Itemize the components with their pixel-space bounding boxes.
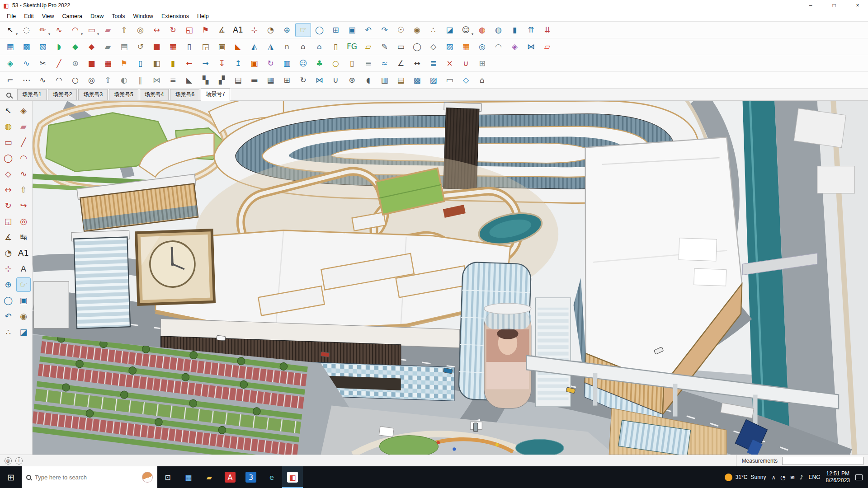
louver-icon[interactable]: ▤ xyxy=(393,73,409,87)
burst-icon[interactable]: ⊛ xyxy=(344,73,360,87)
hidden-icons-chevron[interactable]: ∧ xyxy=(772,474,776,481)
position-camera-icon[interactable]: ☉ xyxy=(393,23,409,37)
paint-red-icon[interactable]: ◍ xyxy=(474,23,490,37)
column-blue-icon[interactable]: ▮ xyxy=(507,23,523,37)
pan-icon[interactable]: ☞ xyxy=(295,23,311,37)
weather-widget[interactable]: 31°C Sunny xyxy=(725,474,766,481)
chip-grid-icon[interactable]: ⊞ xyxy=(474,56,490,70)
pushpull-icon[interactable]: ⇧ xyxy=(16,183,31,197)
fence-left-icon[interactable]: ▚ xyxy=(198,73,213,87)
arrows-down-icon[interactable]: ⇊ xyxy=(539,23,555,37)
rectangle-icon[interactable]: ▭ xyxy=(1,135,15,150)
skylight-icon[interactable]: ◇ xyxy=(458,73,474,87)
close-button[interactable]: × xyxy=(847,0,868,11)
cube-half-icon[interactable]: ◧ xyxy=(149,56,165,70)
blue-sheet-icon[interactable]: ▯ xyxy=(132,56,148,70)
sketchup-app-icon[interactable]: ◧ xyxy=(282,466,303,488)
poly-diamond-icon[interactable]: ◇ xyxy=(425,40,441,54)
orbit-icon[interactable]: ⊕ xyxy=(279,23,295,37)
maximize-button[interactable]: □ xyxy=(824,0,844,11)
menu-item[interactable]: Extensions xyxy=(157,12,193,21)
arc-seg-icon[interactable]: ◠ xyxy=(51,73,67,87)
target-rings-icon[interactable]: ◎ xyxy=(474,40,490,54)
hatch-grid-icon[interactable]: ▩ xyxy=(19,40,34,54)
scene-tab[interactable]: 场景号2 xyxy=(48,89,77,100)
layers-icon[interactable]: ≣ xyxy=(425,56,441,70)
text-icon[interactable]: A1 xyxy=(16,246,31,260)
menu-item[interactable]: Help xyxy=(193,12,213,21)
scene-tab[interactable]: 场景号3 xyxy=(78,89,108,100)
start-button[interactable]: ⊞ xyxy=(0,466,22,488)
section-plane-icon[interactable]: ◪ xyxy=(442,23,458,37)
width-arrow-icon[interactable]: ↔ xyxy=(409,56,425,70)
note-icon[interactable]: ▱ xyxy=(360,40,376,54)
scene-tab[interactable]: 场景号7 xyxy=(201,89,230,101)
corner-fold-icon[interactable]: ◲ xyxy=(198,40,213,54)
menu-item[interactable]: Draw xyxy=(86,12,108,21)
curtain-icon[interactable]: ▩ xyxy=(409,73,425,87)
mesh-grid-icon[interactable]: ▧ xyxy=(35,40,51,54)
offset-icon[interactable]: ◎ xyxy=(132,23,148,37)
arrows-up-icon[interactable]: ⇈ xyxy=(523,23,539,37)
measurements-input[interactable] xyxy=(782,457,863,465)
next-view-icon[interactable]: ↷ xyxy=(377,23,392,37)
section-plane-icon[interactable]: ◪ xyxy=(16,325,31,339)
radial-array-icon[interactable]: ↻ xyxy=(295,73,311,87)
pipe-icon[interactable]: ∥ xyxy=(132,73,148,87)
slope-icon[interactable]: ◮ xyxy=(263,40,278,54)
grid-block-icon[interactable]: ▦ xyxy=(263,73,278,87)
onedrive-tray-icon[interactable]: ◔ xyxy=(780,474,785,481)
calendar-grid-icon[interactable]: ▦ xyxy=(100,56,116,70)
orange-box-icon[interactable]: ▣ xyxy=(246,56,262,70)
scene-tab[interactable]: 场景号4 xyxy=(140,89,169,100)
node-gem-icon[interactable]: ◈ xyxy=(2,56,18,70)
ribs-icon[interactable]: ▥ xyxy=(377,73,392,87)
tree-icon[interactable]: ♣ xyxy=(311,56,327,70)
freehand-icon[interactable]: ∿ xyxy=(51,23,67,37)
lasso-select-icon[interactable]: ◌ xyxy=(19,23,34,37)
polygon-icon[interactable]: ◇ xyxy=(1,167,15,181)
window-pane-icon[interactable]: ▦ xyxy=(165,40,181,54)
house-icon[interactable]: ⌂ xyxy=(295,40,311,54)
gear-star-icon[interactable]: ⊛ xyxy=(67,56,83,70)
pencil-line-icon[interactable]: ✏ xyxy=(35,23,51,37)
rotate-icon[interactable]: ↻ xyxy=(165,23,181,37)
search-highlight-corgi-icon[interactable] xyxy=(142,472,153,483)
marker-pen-icon[interactable]: ✎ xyxy=(377,40,392,54)
dome-icon[interactable]: ◠ xyxy=(491,40,506,54)
pin-down-icon[interactable]: ↧ xyxy=(214,56,230,70)
purple-loop-icon[interactable]: ↻ xyxy=(263,56,278,70)
ridge-house-icon[interactable]: ⌂ xyxy=(474,73,490,87)
menu-item[interactable]: Edit xyxy=(20,12,38,21)
minimize-button[interactable]: – xyxy=(800,0,821,11)
walk-icon[interactable]: ∴ xyxy=(425,23,441,37)
lathe-icon[interactable]: ◐ xyxy=(116,73,132,87)
barrel-icon[interactable]: ▮ xyxy=(165,56,181,70)
green-diamond-icon[interactable]: ◆ xyxy=(67,40,83,54)
arc-icon[interactable]: ◠ xyxy=(16,151,31,165)
gem-icon[interactable]: ◈ xyxy=(507,40,523,54)
credits-icon[interactable]: i xyxy=(15,457,23,465)
tile-grid-icon[interactable]: ▦ xyxy=(2,40,18,54)
union-icon[interactable]: ∪ xyxy=(328,73,344,87)
menu-item[interactable]: Window xyxy=(129,12,157,21)
arrow-right-icon[interactable]: → xyxy=(198,56,213,70)
shell-icon[interactable]: ◖ xyxy=(360,73,376,87)
slab-icon[interactable]: ▬ xyxy=(246,73,262,87)
store-app-icon[interactable]: ▦ xyxy=(178,466,199,488)
menu-item[interactable]: File xyxy=(3,12,20,21)
3d-viewport[interactable] xyxy=(33,101,868,455)
eraser-icon[interactable]: ▰ xyxy=(16,119,31,134)
array-plus-icon[interactable]: ⊞ xyxy=(279,73,295,87)
line-icon[interactable]: ╱ xyxy=(16,135,31,150)
wave-icon[interactable]: ≈ xyxy=(377,56,392,70)
shear-para-icon[interactable]: ▱ xyxy=(539,40,555,54)
search-input[interactable] xyxy=(35,474,138,481)
zoom-icon[interactable]: ◯ xyxy=(1,293,15,308)
path-wave-icon[interactable]: ∿ xyxy=(19,56,34,70)
language-indicator[interactable]: ENG xyxy=(809,474,821,480)
red-tile-icon[interactable]: ■ xyxy=(149,40,165,54)
orbit-icon[interactable]: ⊕ xyxy=(1,277,15,292)
knife-line-icon[interactable]: ╱ xyxy=(51,56,67,70)
zoom-extents-icon[interactable]: ▣ xyxy=(344,23,360,37)
